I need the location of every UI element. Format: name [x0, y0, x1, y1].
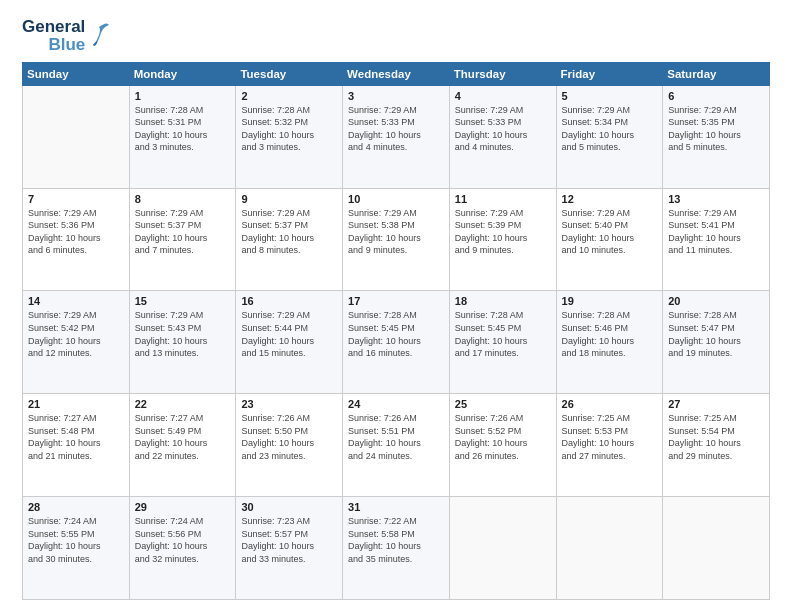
- day-info: Sunrise: 7:29 AM Sunset: 5:34 PM Dayligh…: [562, 104, 658, 154]
- day-number: 2: [241, 90, 337, 102]
- day-cell: 11Sunrise: 7:29 AM Sunset: 5:39 PM Dayli…: [449, 188, 556, 291]
- day-number: 26: [562, 398, 658, 410]
- col-header-saturday: Saturday: [663, 62, 770, 85]
- day-cell: 29Sunrise: 7:24 AM Sunset: 5:56 PM Dayli…: [129, 497, 236, 600]
- col-header-sunday: Sunday: [23, 62, 130, 85]
- day-number: 4: [455, 90, 551, 102]
- day-info: Sunrise: 7:26 AM Sunset: 5:50 PM Dayligh…: [241, 412, 337, 462]
- day-number: 10: [348, 193, 444, 205]
- day-cell: 18Sunrise: 7:28 AM Sunset: 5:45 PM Dayli…: [449, 291, 556, 394]
- day-number: 20: [668, 295, 764, 307]
- day-number: 17: [348, 295, 444, 307]
- week-row-5: 28Sunrise: 7:24 AM Sunset: 5:55 PM Dayli…: [23, 497, 770, 600]
- day-cell: 19Sunrise: 7:28 AM Sunset: 5:46 PM Dayli…: [556, 291, 663, 394]
- day-cell: 8Sunrise: 7:29 AM Sunset: 5:37 PM Daylig…: [129, 188, 236, 291]
- day-info: Sunrise: 7:29 AM Sunset: 5:33 PM Dayligh…: [348, 104, 444, 154]
- day-cell: 26Sunrise: 7:25 AM Sunset: 5:53 PM Dayli…: [556, 394, 663, 497]
- day-info: Sunrise: 7:25 AM Sunset: 5:54 PM Dayligh…: [668, 412, 764, 462]
- logo: General Blue: [22, 18, 111, 54]
- day-cell: 5Sunrise: 7:29 AM Sunset: 5:34 PM Daylig…: [556, 85, 663, 188]
- logo-bird-icon: [89, 19, 111, 53]
- day-number: 22: [135, 398, 231, 410]
- day-cell: 20Sunrise: 7:28 AM Sunset: 5:47 PM Dayli…: [663, 291, 770, 394]
- day-cell: [663, 497, 770, 600]
- day-info: Sunrise: 7:29 AM Sunset: 5:44 PM Dayligh…: [241, 309, 337, 359]
- day-info: Sunrise: 7:29 AM Sunset: 5:43 PM Dayligh…: [135, 309, 231, 359]
- day-info: Sunrise: 7:26 AM Sunset: 5:51 PM Dayligh…: [348, 412, 444, 462]
- day-info: Sunrise: 7:28 AM Sunset: 5:46 PM Dayligh…: [562, 309, 658, 359]
- day-number: 12: [562, 193, 658, 205]
- logo-blue: Blue: [48, 36, 85, 54]
- day-number: 3: [348, 90, 444, 102]
- day-info: Sunrise: 7:28 AM Sunset: 5:45 PM Dayligh…: [348, 309, 444, 359]
- col-header-monday: Monday: [129, 62, 236, 85]
- day-number: 29: [135, 501, 231, 513]
- logo-general: General: [22, 18, 85, 36]
- day-number: 11: [455, 193, 551, 205]
- day-number: 23: [241, 398, 337, 410]
- week-row-2: 7Sunrise: 7:29 AM Sunset: 5:36 PM Daylig…: [23, 188, 770, 291]
- day-number: 24: [348, 398, 444, 410]
- week-row-4: 21Sunrise: 7:27 AM Sunset: 5:48 PM Dayli…: [23, 394, 770, 497]
- day-info: Sunrise: 7:29 AM Sunset: 5:37 PM Dayligh…: [135, 207, 231, 257]
- day-number: 28: [28, 501, 124, 513]
- day-info: Sunrise: 7:29 AM Sunset: 5:38 PM Dayligh…: [348, 207, 444, 257]
- day-info: Sunrise: 7:23 AM Sunset: 5:57 PM Dayligh…: [241, 515, 337, 565]
- header-row: SundayMondayTuesdayWednesdayThursdayFrid…: [23, 62, 770, 85]
- day-number: 8: [135, 193, 231, 205]
- day-cell: 28Sunrise: 7:24 AM Sunset: 5:55 PM Dayli…: [23, 497, 130, 600]
- day-number: 18: [455, 295, 551, 307]
- day-number: 25: [455, 398, 551, 410]
- col-header-tuesday: Tuesday: [236, 62, 343, 85]
- day-cell: 7Sunrise: 7:29 AM Sunset: 5:36 PM Daylig…: [23, 188, 130, 291]
- day-info: Sunrise: 7:28 AM Sunset: 5:32 PM Dayligh…: [241, 104, 337, 154]
- day-info: Sunrise: 7:29 AM Sunset: 5:35 PM Dayligh…: [668, 104, 764, 154]
- day-info: Sunrise: 7:29 AM Sunset: 5:33 PM Dayligh…: [455, 104, 551, 154]
- day-number: 16: [241, 295, 337, 307]
- calendar-page: General Blue SundayMondayTuesdayWednesda…: [0, 0, 792, 612]
- day-info: Sunrise: 7:28 AM Sunset: 5:45 PM Dayligh…: [455, 309, 551, 359]
- day-cell: 31Sunrise: 7:22 AM Sunset: 5:58 PM Dayli…: [343, 497, 450, 600]
- day-cell: 14Sunrise: 7:29 AM Sunset: 5:42 PM Dayli…: [23, 291, 130, 394]
- day-cell: [449, 497, 556, 600]
- week-row-3: 14Sunrise: 7:29 AM Sunset: 5:42 PM Dayli…: [23, 291, 770, 394]
- day-cell: 1Sunrise: 7:28 AM Sunset: 5:31 PM Daylig…: [129, 85, 236, 188]
- day-number: 7: [28, 193, 124, 205]
- day-cell: 13Sunrise: 7:29 AM Sunset: 5:41 PM Dayli…: [663, 188, 770, 291]
- day-cell: 2Sunrise: 7:28 AM Sunset: 5:32 PM Daylig…: [236, 85, 343, 188]
- day-cell: 15Sunrise: 7:29 AM Sunset: 5:43 PM Dayli…: [129, 291, 236, 394]
- day-info: Sunrise: 7:29 AM Sunset: 5:37 PM Dayligh…: [241, 207, 337, 257]
- day-info: Sunrise: 7:24 AM Sunset: 5:56 PM Dayligh…: [135, 515, 231, 565]
- day-number: 14: [28, 295, 124, 307]
- day-cell: 27Sunrise: 7:25 AM Sunset: 5:54 PM Dayli…: [663, 394, 770, 497]
- day-number: 13: [668, 193, 764, 205]
- day-info: Sunrise: 7:28 AM Sunset: 5:31 PM Dayligh…: [135, 104, 231, 154]
- day-cell: 17Sunrise: 7:28 AM Sunset: 5:45 PM Dayli…: [343, 291, 450, 394]
- day-number: 1: [135, 90, 231, 102]
- col-header-thursday: Thursday: [449, 62, 556, 85]
- day-number: 31: [348, 501, 444, 513]
- day-info: Sunrise: 7:28 AM Sunset: 5:47 PM Dayligh…: [668, 309, 764, 359]
- day-info: Sunrise: 7:29 AM Sunset: 5:39 PM Dayligh…: [455, 207, 551, 257]
- day-cell: 6Sunrise: 7:29 AM Sunset: 5:35 PM Daylig…: [663, 85, 770, 188]
- day-number: 19: [562, 295, 658, 307]
- day-cell: 4Sunrise: 7:29 AM Sunset: 5:33 PM Daylig…: [449, 85, 556, 188]
- day-number: 21: [28, 398, 124, 410]
- col-header-friday: Friday: [556, 62, 663, 85]
- calendar-table: SundayMondayTuesdayWednesdayThursdayFrid…: [22, 62, 770, 600]
- day-info: Sunrise: 7:26 AM Sunset: 5:52 PM Dayligh…: [455, 412, 551, 462]
- day-cell: 16Sunrise: 7:29 AM Sunset: 5:44 PM Dayli…: [236, 291, 343, 394]
- day-info: Sunrise: 7:29 AM Sunset: 5:40 PM Dayligh…: [562, 207, 658, 257]
- day-number: 27: [668, 398, 764, 410]
- day-cell: 23Sunrise: 7:26 AM Sunset: 5:50 PM Dayli…: [236, 394, 343, 497]
- day-info: Sunrise: 7:27 AM Sunset: 5:48 PM Dayligh…: [28, 412, 124, 462]
- day-info: Sunrise: 7:29 AM Sunset: 5:36 PM Dayligh…: [28, 207, 124, 257]
- day-cell: 21Sunrise: 7:27 AM Sunset: 5:48 PM Dayli…: [23, 394, 130, 497]
- week-row-1: 1Sunrise: 7:28 AM Sunset: 5:31 PM Daylig…: [23, 85, 770, 188]
- day-number: 30: [241, 501, 337, 513]
- day-cell: 25Sunrise: 7:26 AM Sunset: 5:52 PM Dayli…: [449, 394, 556, 497]
- day-number: 15: [135, 295, 231, 307]
- day-cell: 24Sunrise: 7:26 AM Sunset: 5:51 PM Dayli…: [343, 394, 450, 497]
- day-cell: 9Sunrise: 7:29 AM Sunset: 5:37 PM Daylig…: [236, 188, 343, 291]
- day-info: Sunrise: 7:25 AM Sunset: 5:53 PM Dayligh…: [562, 412, 658, 462]
